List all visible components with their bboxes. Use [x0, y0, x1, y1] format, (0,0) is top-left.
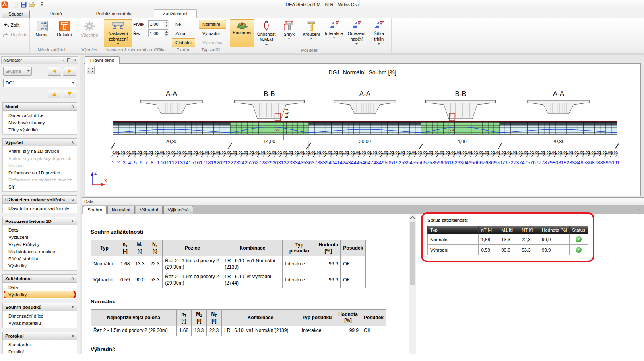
krouceni-button[interactable]: Kroucení	[301, 19, 322, 47]
section-header[interactable]: Protokol«	[2, 332, 77, 340]
prvek-stepper[interactable]	[148, 20, 168, 28]
interakce-button[interactable]: Interakce	[323, 19, 345, 47]
move-up-button[interactable]	[48, 90, 61, 98]
tab-domu[interactable]: Domů	[41, 10, 71, 18]
typ-vyhradni-button[interactable]: Výhradní	[199, 29, 226, 38]
sidebar-item[interactable]: Síť	[3, 183, 77, 191]
column-header: M1[t]	[192, 310, 207, 326]
sidebar-item[interactable]: Výsledky	[4, 291, 76, 298]
vertical-scrollbar[interactable]	[409, 214, 416, 354]
tab-prohlizec-modelu[interactable]: Prohlížeč modelu	[87, 10, 140, 18]
open-folder-icon[interactable]	[28, 1, 35, 8]
extrem-globalni-button[interactable]: Globální	[172, 38, 195, 47]
sidebar-item[interactable]: Výsledky	[3, 262, 77, 269]
sidebar-item[interactable]: Detailní	[3, 348, 77, 354]
panel-collapse-icon[interactable]	[638, 209, 640, 211]
section-header[interactable]: Zatížitelnost«	[2, 274, 77, 283]
svg-text:37: 37	[312, 160, 317, 166]
scrollbar-thumb[interactable]	[410, 222, 415, 285]
sidebar-item[interactable]: Návrhové skupiny	[3, 119, 77, 126]
tab-zatizitelnost[interactable]: Zatížitelnost	[154, 9, 197, 18]
svg-text:66: 66	[474, 160, 480, 166]
sidebar-item[interactable]: Deformace na 1D prvcích	[3, 169, 77, 176]
collapse-chevron-icon[interactable]: «	[70, 198, 76, 201]
section-header[interactable]: Posouzení betonu 1D«	[2, 217, 77, 225]
next-group-button[interactable]	[63, 67, 76, 76]
sidebar-item[interactable]: Dimenzační dílce	[3, 112, 77, 119]
gear-icon	[84, 21, 95, 32]
extrem-ne-button[interactable]: Ne	[172, 20, 195, 29]
column-header: Posudek	[361, 310, 386, 326]
collapse-chevron-icon[interactable]: «	[70, 105, 76, 108]
sidebar-item[interactable]: Vyztužení	[3, 234, 77, 241]
data-tab[interactable]: Výhradní	[136, 206, 163, 214]
svg-text:54: 54	[407, 160, 413, 166]
section-title: Model	[5, 104, 18, 109]
fullscreen-icon[interactable]	[87, 66, 95, 74]
sidebar-item[interactable]: Výkaz materiálu	[3, 320, 77, 327]
collapse-chevron-icon[interactable]: «	[70, 334, 76, 337]
tab-hlavni-okno[interactable]: Hlavní okno	[85, 56, 120, 64]
skupina-dropdown[interactable]: Skupina	[3, 67, 32, 76]
smyk-button[interactable]: Smyk	[278, 19, 300, 47]
unosnost-button[interactable]: Únosnost N-M-M	[255, 19, 277, 47]
sidebar-item[interactable]: Uživatelem zadané vnitřní síly	[3, 205, 77, 212]
svg-text:18: 18	[206, 160, 211, 166]
section-header[interactable]: Souhrn posudků«	[2, 303, 77, 311]
collapse-chevron-icon[interactable]: «	[70, 306, 76, 308]
prev-group-button[interactable]	[48, 67, 61, 76]
undo-button[interactable]: Zpět	[2, 21, 21, 29]
section-header[interactable]: Model«	[2, 102, 77, 111]
move-down-button[interactable]	[63, 90, 76, 98]
detailni-button[interactable]: Detailní	[54, 19, 75, 47]
extrem-zona-button[interactable]: Zóna	[172, 29, 195, 38]
save-icon[interactable]	[20, 1, 27, 8]
svg-text:46: 46	[362, 160, 368, 166]
design-group-select[interactable]: DG1	[3, 79, 76, 88]
sidebar-item[interactable]: Dimenzační dílce	[3, 312, 77, 320]
sidebar-item[interactable]: Data	[3, 226, 77, 234]
panel-menu-icon[interactable]	[62, 60, 64, 62]
norma-button[interactable]: 1,15 90 25.8 Norma	[31, 19, 53, 47]
sidebar-item[interactable]: Vnitřní síly na 1D prvcích	[3, 148, 77, 155]
section-header[interactable]: Uživatelem zadané vnitřní s«	[2, 195, 77, 204]
scroll-up-icon[interactable]	[409, 214, 416, 221]
svg-text:13: 13	[177, 160, 183, 166]
crack-width-icon	[374, 21, 384, 30]
data-tab[interactable]: Normální	[107, 206, 135, 214]
app-logo-icon[interactable]	[1, 1, 8, 8]
svg-text:5: 5	[134, 160, 137, 166]
sidebar-item[interactable]: Vzpěr/ Průhyby	[3, 241, 77, 248]
collapse-chevron-icon[interactable]: «	[70, 141, 76, 144]
report-heading: Výhradní:	[91, 346, 406, 352]
nastaveni-zobrazeni-button[interactable]: Nastavení zobrazení	[104, 19, 132, 47]
close-icon[interactable]: ✕	[73, 58, 76, 63]
typ-normalni-button[interactable]: Normální	[199, 20, 226, 29]
rez-stepper[interactable]	[148, 29, 168, 37]
svg-text:3: 3	[123, 160, 126, 166]
souhrnny-button[interactable]: Souhrnný	[230, 19, 254, 47]
ribbon-group-history: Zpět Dopředu	[0, 18, 30, 53]
sirka-trhlin-button[interactable]: Šířka trhlin	[368, 19, 390, 47]
sidebar-item[interactable]: Příčná stabilita	[3, 255, 77, 262]
sidebar-item[interactable]: Standardní	[3, 341, 77, 348]
pin-icon[interactable]	[67, 58, 70, 62]
main-viewport[interactable]: A-AB-BA-AB-BA-A299,9220,8014,0020,0014,0…	[84, 63, 641, 196]
svg-text:75: 75	[525, 160, 530, 166]
sidebar-item[interactable]: Třídy výsledků	[3, 126, 77, 133]
prvek-input[interactable]	[149, 22, 164, 27]
svg-text:25.8: 25.8	[41, 28, 47, 31]
customize-toolbar-icon[interactable]	[39, 2, 44, 7]
collapse-chevron-icon[interactable]: «	[70, 220, 76, 222]
column-header: Typ	[91, 240, 118, 256]
navigator-sections: Model«Dimenzační dílceNávrhové skupinyTř…	[0, 102, 80, 354]
tab-soubor[interactable]: Soubor	[2, 10, 30, 18]
data-tab[interactable]: Výjimečná	[163, 206, 193, 214]
rez-input[interactable]	[149, 31, 164, 36]
omezeni-napeti-button[interactable]: Omezení napětí	[346, 19, 368, 47]
sidebar-item[interactable]: Redistribuce a redukce	[3, 248, 77, 255]
section-header[interactable]: Výpočet«	[2, 138, 77, 146]
data-tab[interactable]: Souhrn	[83, 206, 107, 214]
collapse-chevron-icon[interactable]: «	[70, 277, 76, 280]
sidebar-item[interactable]: Data	[3, 284, 77, 291]
